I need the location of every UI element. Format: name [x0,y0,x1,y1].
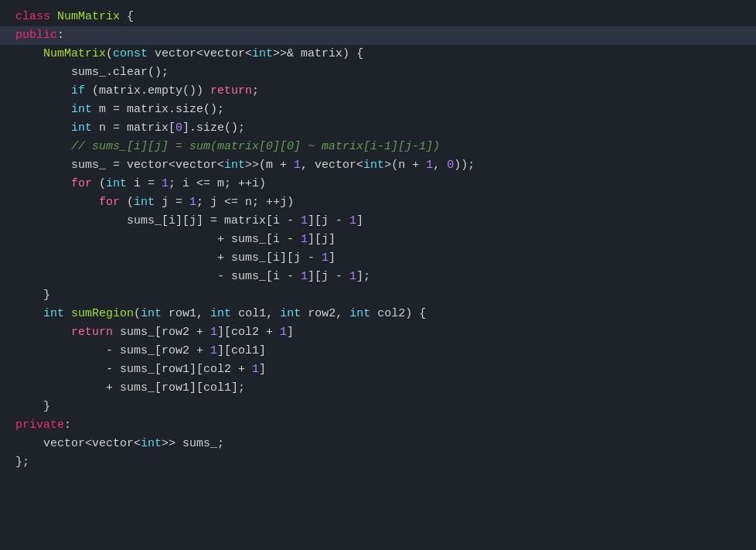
code-line-1: class NumMatrix { [0,8,756,26]
code-line-19: } [0,286,756,305]
code-line-28: vector<vector<int>> sums_; [0,435,756,453]
code-line-16: + sums_[i - 1][j] [0,231,756,249]
code-line-26: } [0,398,756,416]
code-line-4: sums_.clear(); [0,63,756,82]
code-line-22: return sums_[row2 + 1][col2 + 1] [0,323,756,342]
code-line-25: + sums_[row1][col1]; [0,379,756,398]
code-line-13: for (int i = 1; i <= m; ++i) [0,175,756,193]
code-line-9: int n = matrix[0].size(); [0,119,756,138]
code-line-27: private: [0,416,756,435]
code-line-18: - sums_[i - 1][j - 1]; [0,268,756,286]
code-line-14: for (int j = 1; j <= n; ++j) [0,193,756,212]
code-line-29: }; [0,453,756,472]
code-editor: class NumMatrix { public: NumMatrix(cons… [0,0,756,550]
code-line-8: int m = matrix.size(); [0,101,756,119]
code-line-23: - sums_[row2 + 1][col1] [0,342,756,360]
code-line-17: + sums_[i][j - 1] [0,249,756,268]
code-line-21: int sumRegion(int row1, int col1, int ro… [0,305,756,323]
code-line-3: NumMatrix(const vector<vector<int>>& mat… [0,45,756,63]
code-line-11: // sums_[i][j] = sum(matrix[0][0] ~ matr… [0,138,756,156]
code-line-15: sums_[i][j] = matrix[i - 1][j - 1] [0,212,756,231]
code-line-24: - sums_[row1][col2 + 1] [0,360,756,379]
code-line-6: if (matrix.empty()) return; [0,82,756,101]
code-line-12: sums_ = vector<vector<int>>(m + 1, vecto… [0,156,756,175]
code-line-2: public: [0,26,756,45]
